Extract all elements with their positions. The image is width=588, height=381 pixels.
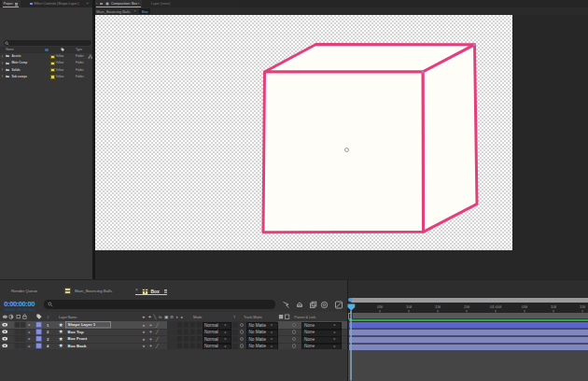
svg-text:Box Back: Box Back <box>68 344 88 348</box>
svg-text:★: ★ <box>59 322 63 328</box>
svg-text:✦: ✦ <box>149 344 153 348</box>
svg-text:◑: ◑ <box>175 315 178 319</box>
svg-text:╱: ╱ <box>155 329 159 335</box>
svg-text:15f: 15f <box>580 304 586 309</box>
svg-text:▣: ▣ <box>164 315 169 319</box>
svg-text:⊘: ⊘ <box>170 315 174 319</box>
svg-text:✦: ✦ <box>149 323 153 328</box>
svg-text:╱: ╱ <box>155 343 159 349</box>
svg-text:✦: ✦ <box>149 330 153 334</box>
svg-text:fx: fx <box>159 315 162 319</box>
svg-text:★: ★ <box>59 329 63 334</box>
svg-text:╱: ╱ <box>155 336 159 343</box>
svg-text:3: 3 <box>47 337 49 342</box>
svg-text:4: 4 <box>47 344 49 348</box>
svg-text:05f: 05f <box>522 304 528 309</box>
svg-text:▸: ▸ <box>29 337 31 342</box>
svg-text:╲: ╲ <box>153 314 158 320</box>
svg-text:Box Front: Box Front <box>68 337 88 342</box>
svg-text:10f: 10f <box>406 304 413 309</box>
svg-text:♠: ♠ <box>143 337 146 342</box>
svg-text:2: 2 <box>47 330 49 334</box>
svg-text:╱: ╱ <box>155 322 159 329</box>
svg-text:♠: ♠ <box>143 344 146 348</box>
svg-text:20f: 20f <box>464 304 470 309</box>
svg-text:★: ★ <box>59 336 63 342</box>
svg-text:♠: ♠ <box>143 330 146 334</box>
svg-text:Layer Name: Layer Name <box>59 316 77 319</box>
svg-text:♠: ♠ <box>143 315 146 319</box>
svg-text:10f: 10f <box>551 304 557 309</box>
svg-text:▸: ▸ <box>29 330 31 334</box>
svg-text:★: ★ <box>59 343 63 348</box>
svg-text:●: ● <box>180 315 183 319</box>
svg-text:Track Matte: Track Matte <box>244 316 262 319</box>
svg-text:▸: ▸ <box>29 323 31 328</box>
svg-text:15f: 15f <box>435 304 441 309</box>
svg-text:1: 1 <box>47 323 49 328</box>
svg-text:01:00f: 01:00f <box>490 304 502 309</box>
svg-text:✦: ✦ <box>148 315 152 319</box>
svg-text:✦: ✦ <box>149 337 153 342</box>
svg-text:#: # <box>47 315 49 319</box>
svg-text:♠: ♠ <box>143 323 146 328</box>
svg-text:Parent & Link: Parent & Link <box>294 316 315 319</box>
svg-text:05f: 05f <box>377 304 384 309</box>
svg-text:T: T <box>233 316 236 319</box>
svg-text:Mode: Mode <box>193 316 202 319</box>
svg-text:Box Top: Box Top <box>68 330 85 334</box>
svg-text:▸: ▸ <box>29 344 31 348</box>
svg-text:Shape Layer 1: Shape Layer 1 <box>68 323 96 328</box>
